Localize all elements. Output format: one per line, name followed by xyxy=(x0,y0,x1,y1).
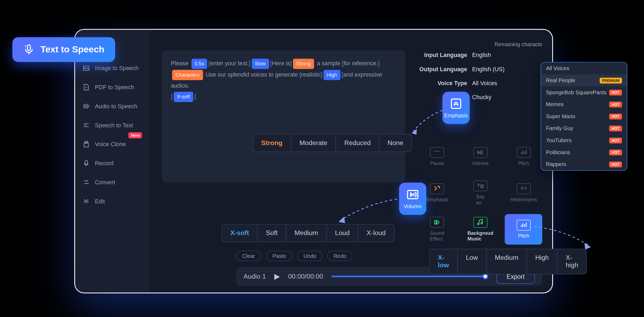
editor-tag[interactable]: Characters xyxy=(172,70,203,80)
pitch-strip-x-high[interactable]: X-high xyxy=(558,249,587,274)
voice-option-memes[interactable]: MemesHOT xyxy=(541,98,627,110)
emphasis-strip-reduced[interactable]: Reduced xyxy=(336,134,379,152)
setting-value[interactable]: All Voices xyxy=(472,80,542,87)
bracket: ] xyxy=(321,71,322,78)
volume-strip-x-loud[interactable]: X-loud xyxy=(358,224,394,242)
badge-hot: HOT xyxy=(609,102,622,107)
sidebar-item-record[interactable]: Record xyxy=(75,154,149,173)
editor-tag[interactable]: Slow xyxy=(252,59,269,69)
editor-text: a sample xyxy=(315,60,342,67)
pitch-strip-low[interactable]: Low xyxy=(458,249,486,274)
fx-label: SoundEffect xyxy=(430,230,444,242)
emphasis-label: Emphasis xyxy=(444,112,468,118)
voice-option-label: YouTubers xyxy=(546,137,572,143)
bgm-icon xyxy=(473,217,487,228)
undo-button[interactable]: Undo xyxy=(297,251,323,261)
editor-tag[interactable]: 0.5s xyxy=(191,59,207,69)
voice-option-family-guy[interactable]: Family GuyHOT xyxy=(541,122,627,134)
voice-option-real-people[interactable]: Real PeoplePREMIUM xyxy=(541,74,627,87)
badge-hot: HOT xyxy=(609,149,622,155)
image-icon xyxy=(83,64,90,72)
sidebar-item-label: Record xyxy=(95,160,114,167)
pitch-strip-high[interactable]: High xyxy=(527,249,558,274)
sidebar-item-convert[interactable]: Convert xyxy=(75,173,149,192)
emphasis-popover-button[interactable]: Emphasis xyxy=(442,92,470,124)
arrow-decoration xyxy=(335,195,401,228)
emphasis-strip-moderate[interactable]: Moderate xyxy=(291,134,336,152)
pitch-icon xyxy=(517,147,530,158)
clear-button[interactable]: Clear xyxy=(236,251,261,261)
play-icon[interactable]: ▶ xyxy=(274,272,280,281)
setting-value[interactable]: English (US) xyxy=(472,66,542,73)
voice-option-rappers[interactable]: RappersHOT xyxy=(541,158,627,170)
volume-strip-medium[interactable]: Medium xyxy=(286,224,327,242)
fx-label: Sayas xyxy=(476,194,485,205)
fx-pause[interactable]: Pause xyxy=(419,141,456,172)
effects-grid: PauseVolumePitchEmphasisSayasHeteronymsS… xyxy=(419,141,542,245)
remaining-characters-label: Remaining characte xyxy=(419,41,542,48)
setting-row-voice: VoiceChucky xyxy=(419,94,542,100)
svg-marker-4 xyxy=(411,129,417,135)
sidebar-item-edit[interactable]: Edit xyxy=(75,192,149,211)
fx-volume[interactable]: Volume xyxy=(462,141,499,172)
volume-strip-loud[interactable]: Loud xyxy=(327,224,358,242)
voice-option-super-mario[interactable]: Super MarioHOT xyxy=(541,110,627,123)
setting-label: Voice Type xyxy=(419,80,472,87)
voice-option-label: Family Guy xyxy=(546,125,573,131)
editor-text: Please xyxy=(171,60,190,67)
progress-track[interactable] xyxy=(331,276,488,277)
sidebar-item-label: Convert xyxy=(95,179,115,186)
volume-strip-x-soft[interactable]: X-soft xyxy=(222,224,258,242)
fx-pitch[interactable]: Pitch xyxy=(505,214,542,245)
emphasis-options: StrongModerateReducedNone xyxy=(253,134,412,152)
setting-value[interactable]: Chucky xyxy=(472,94,542,100)
fx-label: Volume xyxy=(472,160,489,166)
arrow-decoration xyxy=(409,108,447,137)
fx-sound-effect[interactable]: SoundEffect xyxy=(419,214,456,245)
voice-option-label: Memes xyxy=(546,101,564,107)
progress-knob[interactable] xyxy=(482,273,488,279)
emphasis-icon xyxy=(430,183,444,194)
svg-text:T: T xyxy=(25,45,27,48)
pitch-strip-medium[interactable]: Medium xyxy=(486,249,527,274)
voice-option-label: Rappers xyxy=(546,161,566,167)
sidebar-item-pdf-to-speech[interactable]: PDF to Speech xyxy=(75,78,149,97)
voice-option-youtubers[interactable]: YouTubersHOT xyxy=(541,134,627,146)
sidebar-item-label: Edit xyxy=(95,198,105,205)
microphone-icon: T xyxy=(23,44,35,55)
fx-say-as[interactable]: Sayas xyxy=(462,178,499,208)
volume-strip-soft[interactable]: Soft xyxy=(258,224,286,242)
clone-icon xyxy=(83,141,90,148)
pitch-options: X-lowLowMediumHighX-high xyxy=(429,249,587,274)
fx-label: Emphasis xyxy=(426,197,448,203)
bracket: ] xyxy=(378,60,380,67)
setting-row-output-language: Output LanguageEnglish (US) xyxy=(419,66,542,73)
volume-popover-button[interactable]: Volumn xyxy=(399,183,426,215)
voice-type-dropdown[interactable]: All VoicesReal PeoplePREMIUMSpongeBob Sq… xyxy=(541,62,627,171)
sidebar-item-voice-clone[interactable]: Voice CloneNew xyxy=(75,135,149,154)
voice-option-politicians[interactable]: PoliticiansHOT xyxy=(541,146,627,158)
setting-value[interactable]: English xyxy=(472,52,542,58)
paste-button[interactable]: Paste xyxy=(266,251,292,261)
text-editor[interactable]: Please 0.5s[enter your text.]Slow[Here i… xyxy=(162,51,405,183)
fx-label: BackgroudMusic xyxy=(467,230,493,242)
editor-tag[interactable]: High xyxy=(324,70,341,80)
redo-button[interactable]: Redo xyxy=(327,251,353,261)
sidebar-item-speech-to-text[interactable]: Speech to Text xyxy=(75,116,149,135)
fx-pitch[interactable]: Pitch xyxy=(505,141,542,172)
new-badge: New xyxy=(129,132,142,138)
bracket: ] xyxy=(290,60,292,67)
emphasis-strip-strong[interactable]: Strong xyxy=(253,134,291,152)
fx-backgroud-music[interactable]: BackgroudMusic xyxy=(462,214,499,245)
sidebar-item-audio-to-speech[interactable]: Audio to Speech xyxy=(75,97,149,116)
time-display: 00:00/00:00 xyxy=(288,273,323,280)
pitch-strip-x-low[interactable]: X-low xyxy=(430,249,458,274)
emphasis-strip-none[interactable]: None xyxy=(379,134,412,152)
editor-tag[interactable]: X-soft xyxy=(174,92,193,102)
editor-tag[interactable]: Strong xyxy=(293,59,314,69)
voice-option-spongebob-squarepants[interactable]: SpongeBob SquarePantsHOT xyxy=(541,86,627,98)
fx-heteronyms[interactable]: Heteronyms xyxy=(505,178,542,208)
fx-label: Heteronyms xyxy=(510,197,537,203)
voice-option-all-voices[interactable]: All Voices xyxy=(541,62,627,74)
voice-option-label: Super Mario xyxy=(546,113,575,119)
